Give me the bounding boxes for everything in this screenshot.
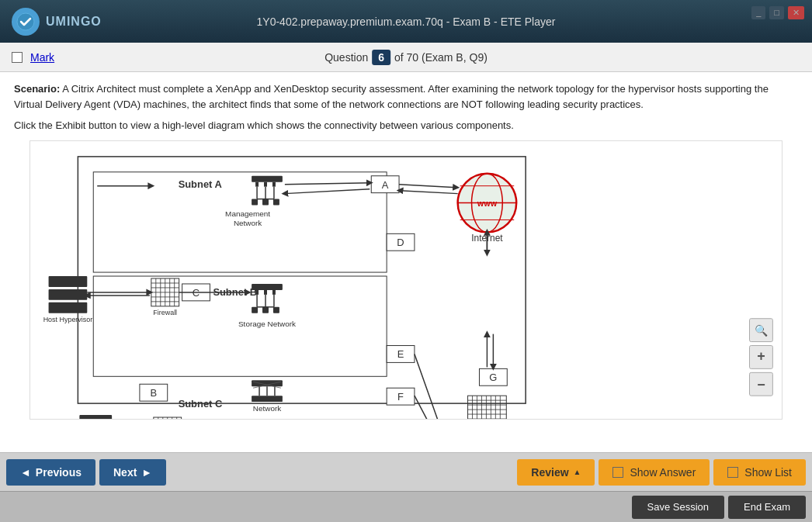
bottom-toolbar: ◄ Previous Next ► Review ▲ Show Answer S…	[0, 452, 812, 491]
svg-rect-37	[264, 290, 267, 295]
svg-text:G: G	[489, 372, 497, 383]
subnet-c-label: Subnet C	[179, 398, 223, 410]
minimize-button[interactable]: _	[751, 6, 765, 19]
exhibit-text: Click the Exhibit button to view a high-…	[14, 119, 798, 131]
svg-text:F: F	[397, 391, 404, 403]
svg-rect-14	[273, 199, 279, 206]
svg-text:B: B	[151, 387, 158, 399]
svg-rect-7	[272, 182, 276, 187]
logo-area: UMINGO	[12, 8, 102, 36]
review-dropdown-icon: ▲	[574, 468, 581, 476]
svg-rect-38	[272, 290, 276, 295]
scenario-text: Scenario: A Citrix Architect must comple…	[14, 81, 798, 112]
window-controls[interactable]: _ □ ✕	[751, 6, 804, 19]
scenario-bold: Scenario:	[14, 83, 60, 95]
svg-text:Network: Network	[234, 219, 262, 227]
svg-line-121	[415, 354, 447, 419]
svg-rect-44	[262, 307, 269, 313]
mark-checkbox[interactable]	[12, 52, 23, 63]
svg-rect-36	[255, 290, 259, 295]
previous-button[interactable]: ◄ Previous	[6, 459, 95, 486]
title-bar: UMINGO 1Y0-402.prepaway.premium.exam.70q…	[0, 0, 812, 43]
prev-arrow-icon: ◄	[20, 466, 31, 479]
svg-line-29	[285, 189, 370, 194]
svg-text:WWW: WWW	[477, 200, 498, 208]
show-answer-button[interactable]: Show Answer	[599, 459, 710, 486]
svg-rect-13	[262, 199, 269, 206]
question-label: Question	[324, 51, 368, 64]
svg-rect-100	[49, 302, 88, 313]
svg-text:+: +	[757, 348, 765, 364]
logo-icon	[12, 8, 40, 36]
svg-text:Host Hypervisor: Host Hypervisor	[43, 316, 93, 323]
close-button[interactable]: ✕	[788, 6, 804, 19]
review-button[interactable]: Review ▲	[517, 459, 595, 486]
svg-rect-47	[79, 415, 112, 419]
svg-rect-6	[264, 182, 267, 187]
svg-rect-69	[468, 396, 507, 419]
question-info: Question 6 of 70 (Exam B, Q9)	[324, 50, 488, 65]
subnet-a-label: Subnet A	[179, 178, 222, 190]
svg-rect-43	[252, 307, 258, 313]
svg-line-28	[285, 183, 370, 185]
network-diagram: Subnet A Management Network	[30, 141, 782, 419]
svg-line-26	[399, 185, 456, 188]
question-total: of 70 (Exam B, Q9)	[394, 51, 488, 64]
svg-text:D: D	[397, 237, 404, 248]
svg-text:Firewall: Firewall	[153, 309, 177, 316]
mark-label[interactable]: Mark	[30, 51, 54, 64]
svg-line-27	[400, 191, 458, 194]
svg-text:E: E	[397, 348, 404, 360]
logo-text: UMINGO	[46, 15, 102, 29]
svg-rect-94	[252, 396, 283, 402]
svg-rect-98	[49, 276, 88, 287]
svg-text:A: A	[382, 179, 389, 191]
save-session-button[interactable]: Save Session	[632, 496, 725, 519]
header-row: Mark Question 6 of 70 (Exam B, Q9)	[0, 43, 812, 72]
next-arrow-icon: ►	[141, 466, 152, 479]
svg-text:🔍: 🔍	[755, 324, 769, 337]
end-exam-button[interactable]: End Exam	[728, 496, 806, 519]
diagram-container: Subnet A Management Network	[29, 140, 783, 420]
content-area: Scenario: A Citrix Architect must comple…	[0, 72, 812, 452]
list-checkbox-icon	[727, 467, 738, 478]
svg-text:Management: Management	[225, 209, 270, 218]
svg-point-0	[17, 13, 34, 30]
svg-rect-45	[273, 307, 279, 313]
answer-checkbox-icon	[612, 467, 623, 478]
scenario-body: A Citrix Architect must complete a XenAp…	[14, 83, 769, 110]
session-bar: Save Session End Exam	[0, 491, 812, 522]
svg-rect-90	[252, 380, 283, 386]
maximize-button[interactable]: □	[769, 6, 784, 19]
show-list-button[interactable]: Show List	[713, 459, 806, 486]
question-number-badge: 6	[372, 50, 390, 65]
svg-rect-99	[49, 289, 88, 300]
svg-rect-5	[255, 182, 259, 187]
svg-rect-12	[252, 199, 258, 206]
svg-text:Network: Network	[253, 404, 281, 413]
next-button[interactable]: Next ►	[99, 459, 166, 486]
svg-rect-4	[252, 176, 283, 182]
svg-text:−: −	[757, 377, 765, 392]
svg-text:Storage Network: Storage Network	[238, 320, 296, 328]
svg-rect-35	[252, 284, 283, 290]
window-title: 1Y0-402.prepaway.premium.exam.70q - Exam…	[257, 16, 556, 28]
